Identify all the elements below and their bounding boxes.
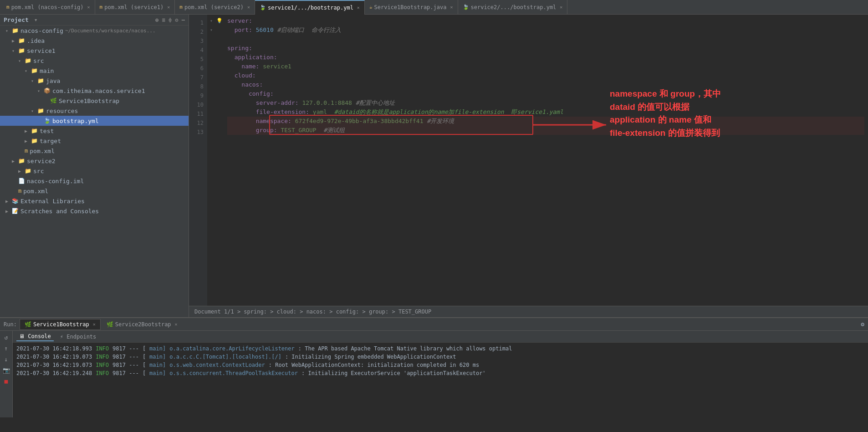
code-line-5: application: [227,53,864,62]
sidebar-item-resources[interactable]: ▾ 📁 resources [0,106,189,116]
stop-button[interactable]: ■ [2,376,11,386]
console-tab[interactable]: 🖥 Console [16,332,54,341]
log-thread-1: main] [149,345,166,353]
close-tab-s2[interactable]: ✕ [247,5,250,10]
tab-Service1Bootstrap[interactable]: ☕ Service1Bootstrap.java ✕ [365,0,458,15]
close-run-s2[interactable]: ✕ [175,322,178,327]
code-text [227,35,231,44]
log-content: 2021-07-30 16:42:18.993 INFO 9817 --- [ … [13,343,868,417]
java-icon: ☕ [369,4,373,10]
item-label-pom-root: pom.xml [23,188,48,195]
settings-gear[interactable]: ⚙ [861,321,864,328]
code-line-1: server: [227,16,864,26]
log-msg-4: : Initializing ExecutorService 'applicat… [301,369,486,377]
run-tab-bar: Run: 🌿 Service1Bootstrap ✕ 🌿 Service2Boo… [0,318,868,331]
sidebar-item-java[interactable]: ▾ 📁 java [0,76,189,86]
sidebar-item-nacos-config[interactable]: ▾ 📁 nacos-config ~/Documents/workspace/n… [0,26,189,36]
log-panel-content: 🖥 Console ⚡ Endpoints 2021-07-30 16:42:1… [13,331,868,417]
close-tab-s1[interactable]: ✕ [167,5,170,10]
tab-pom-service1[interactable]: m pom.xml (service1) ✕ [95,0,175,15]
log-time-1: 2021-07-30 16:42:18.993 [16,345,92,353]
item-label-src: src [33,57,44,64]
endpoints-tab[interactable]: ⚡ Endpoints [57,333,99,341]
folder-icon-service2: 📁 [18,158,25,164]
item-label-target: target [40,138,61,144]
sidebar-item-idea[interactable]: ▶ 📁 .idea [0,36,189,46]
log-bracket-4: [ [143,369,146,377]
folder-icon-main: 📁 [31,67,38,74]
item-label-main: main [40,67,54,74]
tab-bootstrap-service2[interactable]: 🍃 service2/.../bootstrap.yml ✕ [458,0,568,15]
xml-icon-root: m [18,188,21,194]
sidebar-item-Service1Bootstrap[interactable]: 🌿 Service1Bootstrap [0,96,189,106]
sidebar-item-pom-service1[interactable]: m pom.xml [0,146,189,156]
spring-icon: 🌿 [50,98,57,104]
log-msg-1: : The APR based Apache Tomcat Native lib… [298,345,512,353]
close-tab-java[interactable]: ✕ [450,5,453,10]
log-bracket-1: [ [143,345,146,353]
item-label-idea: .idea [27,37,45,44]
screenshot-button[interactable]: 📷 [2,365,11,375]
sidebar: Project ▾ ⊕ ≡ ≑ ⚙ — ▾ 📁 nacos-config ~/D… [0,15,189,317]
folder-icon: 📁 [12,27,19,34]
editor-content: 1 2 3 4 5 6 7 8 9 10 11 12 13 [189,15,868,306]
sidebar-item-nacos-iml[interactable]: 📄 nacos-config.iml [0,176,189,186]
log-line-3: 2021-07-30 16:42:19.073 INFO 9817 --- [ … [16,361,864,369]
sidebar-item-service1[interactable]: ▾ 📁 service1 [0,46,189,56]
panel-side-buttons: ↺ ↑ ↓ 📷 ■ [0,331,13,417]
tab-pom-nacos[interactable]: m pom.xml (nacos-config) ✕ [2,0,95,15]
expand-arrow-test: ▶ [25,129,31,134]
code-text: server-addr: 127.0.0.1:8848 #配置中心地址 [227,98,395,108]
main-layout: m pom.xml (nacos-config) ✕ m pom.xml (se… [0,0,868,417]
sidebar-item-pom-root[interactable]: m pom.xml [0,186,189,196]
sidebar-item-scratches[interactable]: ▶ 📝 Scratches and Consoles [0,206,189,216]
sidebar-item-bootstrap-yml[interactable]: 🍃 bootstrap.yml [0,116,189,126]
code-text: namespace: 672f4ed9-972e-49bb-af3a-38bbd… [227,117,454,126]
code-line-4: spring: [227,44,864,53]
close-tab-bs1[interactable]: ✕ [357,5,360,10]
expand-arrow: ▾ [5,28,12,33]
folder-icon-src-s2: 📁 [25,168,31,174]
sidebar-item-test[interactable]: ▶ 📁 test [0,126,189,136]
tab-pom-service2[interactable]: m pom.xml (service2) ✕ [175,0,255,15]
scroll-down-button[interactable]: ↓ [2,355,11,364]
sidebar-item-com-package[interactable]: ▾ 📦 com.itheima.nacos.service1 [0,86,189,96]
log-level-2: INFO [96,353,109,361]
expand-arrow-target: ▶ [25,139,31,144]
spring-run-icon-s2: 🌿 [107,321,113,328]
expand-arrow-src: ▾ [18,58,25,63]
item-label-iml: nacos-config.iml [27,178,84,185]
folder-icon-src: 📁 [25,57,31,64]
sidebar-item-src-service2[interactable]: ▶ 📁 src [0,166,189,176]
sidebar-item-external-libs[interactable]: ▶ 📚 External Libraries [0,196,189,206]
sidebar-item-target[interactable]: ▶ 📁 target [0,136,189,146]
close-tab-bs2[interactable]: ✕ [560,5,562,10]
yml-icon-s2: 🍃 [463,4,469,10]
yml-icon: 🍃 [260,5,266,10]
package-icon: 📦 [44,87,51,94]
sidebar-item-service2[interactable]: ▶ 📁 service2 [0,156,189,166]
panel-toolbar: 🖥 Console ⚡ Endpoints [13,331,868,343]
status-bar: Document 1/1 > spring: > cloud: > nacos:… [189,306,868,317]
console-icon: 🖥 [19,333,25,339]
scroll-up-button[interactable]: ↑ [2,344,11,353]
code-area[interactable]: server: port: 56010 #启动端口 命令行注入 spring: [224,15,868,306]
code-line-2: port: 56010 #启动端口 命令行注入 [227,26,864,35]
log-thread-2: main] [149,353,166,361]
log-pid-4: 9817 --- [112,369,139,377]
project-dropdown-icon[interactable]: ▾ [34,16,38,23]
log-time-4: 2021-07-30 16:42:19.248 [16,369,92,377]
run-tab-service2bootstrap[interactable]: 🌿 Service2Bootstrap ✕ [102,319,183,330]
tab-bootstrap-service1[interactable]: 🍃 service1/.../bootstrap.yml ✕ [255,0,365,15]
breadcrumb: Document 1/1 > spring: > cloud: > nacos:… [194,309,431,315]
close-tab-nacos[interactable]: ✕ [87,5,90,10]
sidebar-item-src[interactable]: ▾ 📁 src [0,56,189,66]
run-tab-service1bootstrap[interactable]: 🌿 Service1Bootstrap ✕ [20,319,101,330]
code-text: group: TEST_GROUP #测试组 [227,126,345,135]
restart-button[interactable]: ↺ [2,333,11,342]
sidebar-item-main[interactable]: ▾ 📁 main [0,66,189,76]
close-run-s1[interactable]: ✕ [93,322,96,327]
yml-file-icon: 🍃 [44,118,51,124]
code-text: config: [227,89,274,98]
line-numbers: 1 2 3 4 5 6 7 8 9 10 11 12 13 [189,15,207,306]
